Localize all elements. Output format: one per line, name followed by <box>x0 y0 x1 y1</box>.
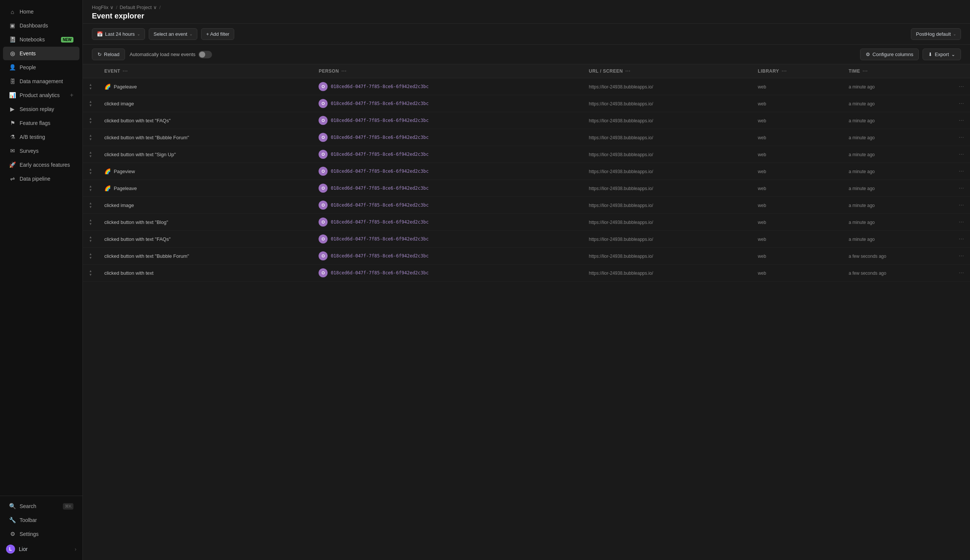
library-col-more-icon[interactable]: ⋯ <box>781 68 787 74</box>
sidebar-item-feature-flags[interactable]: ⚑Feature flags <box>3 116 79 130</box>
row-menu-button[interactable]: ⋯ <box>959 117 964 123</box>
sidebar-item-session-replay[interactable]: ▶Session replay <box>3 102 79 116</box>
person-id[interactable]: 018ced6d-047f-7f85-8ce6-6f942ed2c3bc <box>331 270 429 275</box>
event-col-more-icon[interactable]: ⋯ <box>122 68 128 74</box>
person-id[interactable]: 018ced6d-047f-7f85-8ce6-6f942ed2c3bc <box>331 152 429 157</box>
sort-arrows[interactable]: ▲▼ <box>89 219 92 226</box>
url-text[interactable]: https://lior-24938.bubbleapps.io/ <box>589 186 653 191</box>
sidebar-item-dashboards[interactable]: ▣Dashboards <box>3 19 79 32</box>
url-text[interactable]: https://lior-24938.bubbleapps.io/ <box>589 220 653 225</box>
person-id[interactable]: 018ced6d-047f-7f85-8ce6-6f942ed2c3bc <box>331 84 429 89</box>
url-col-more-icon[interactable]: ⋯ <box>625 68 631 74</box>
url-text[interactable]: https://lior-24938.bubbleapps.io/ <box>589 203 653 208</box>
sort-arrows[interactable]: ▲▼ <box>89 100 92 107</box>
table-row[interactable]: ▲▼ clicked button with text "FAQs" O 018… <box>83 231 970 248</box>
sort-arrows[interactable]: ▲▼ <box>89 134 92 141</box>
person-id[interactable]: 018ced6d-047f-7f85-8ce6-6f942ed2c3bc <box>331 118 429 123</box>
url-text[interactable]: https://lior-24938.bubbleapps.io/ <box>589 135 653 140</box>
sidebar-item-notebooks[interactable]: 📓NotebooksNEW <box>3 33 79 46</box>
sort-arrows[interactable]: ▲▼ <box>89 83 92 90</box>
url-text[interactable]: https://lior-24938.bubbleapps.io/ <box>589 118 653 123</box>
breadcrumb-project[interactable]: Default Project ∨ <box>120 5 157 10</box>
sidebar-user[interactable]: L Lior › <box>0 541 82 557</box>
row-sort: ▲▼ <box>83 146 98 163</box>
event-select-button[interactable]: Select an event ⌄ <box>149 28 198 40</box>
url-text[interactable]: https://lior-24938.bubbleapps.io/ <box>589 84 653 90</box>
row-menu-button[interactable]: ⋯ <box>959 219 964 225</box>
table-row[interactable]: ▲▼ clicked image O 018ced6d-047f-7f85-8c… <box>83 95 970 112</box>
url-text[interactable]: https://lior-24938.bubbleapps.io/ <box>589 271 653 276</box>
row-menu-button[interactable]: ⋯ <box>959 202 964 208</box>
person-id[interactable]: 018ced6d-047f-7f85-8ce6-6f942ed2c3bc <box>331 168 429 174</box>
row-time: a minute ago <box>843 231 953 248</box>
sort-arrows[interactable]: ▲▼ <box>89 168 92 175</box>
sidebar-item-search[interactable]: 🔍Search⌘K <box>3 499 79 513</box>
table-row[interactable]: ▲▼ clicked button with text O 018ced6d-0… <box>83 265 970 282</box>
time-col-more-icon[interactable]: ⋯ <box>862 68 868 74</box>
sidebar-nav: ⌂Home▣Dashboards📓NotebooksNEW◎Events👤Peo… <box>0 0 82 496</box>
row-menu-button[interactable]: ⋯ <box>959 100 964 107</box>
sort-arrows[interactable]: ▲▼ <box>89 270 92 277</box>
person-id[interactable]: 018ced6d-047f-7f85-8ce6-6f942ed2c3bc <box>331 253 429 258</box>
person-id[interactable]: 018ced6d-047f-7f85-8ce6-6f942ed2c3bc <box>331 202 429 208</box>
row-menu-button[interactable]: ⋯ <box>959 83 964 90</box>
row-menu-button[interactable]: ⋯ <box>959 151 964 157</box>
auto-load-toggle[interactable] <box>199 51 212 58</box>
person-id[interactable]: 018ced6d-047f-7f85-8ce6-6f942ed2c3bc <box>331 236 429 242</box>
sidebar-item-surveys[interactable]: ✉Surveys <box>3 144 79 158</box>
sidebar-item-early-access[interactable]: 🚀Early access features <box>3 158 79 172</box>
sort-arrows[interactable]: ▲▼ <box>89 185 92 192</box>
table-row[interactable]: ▲▼ 🌈 Pageleave O 018ced6d-047f-7f85-8ce6… <box>83 180 970 197</box>
row-menu-button[interactable]: ⋯ <box>959 168 964 174</box>
table-row[interactable]: ▲▼ clicked button with text "Sign Up" O … <box>83 146 970 163</box>
sidebar-item-ab-testing[interactable]: ⚗A/B testing <box>3 130 79 144</box>
row-time: a minute ago <box>843 214 953 231</box>
table-row[interactable]: ▲▼ 🌈 Pageleave O 018ced6d-047f-7f85-8ce6… <box>83 78 970 95</box>
sidebar-item-toolbar[interactable]: 🔧Toolbar <box>3 513 79 527</box>
sort-arrows[interactable]: ▲▼ <box>89 236 92 243</box>
table-row[interactable]: ▲▼ 🌈 Pageview O 018ced6d-047f-7f85-8ce6-… <box>83 163 970 180</box>
table-row[interactable]: ▲▼ clicked button with text "Bubble Foru… <box>83 129 970 146</box>
sort-arrows[interactable]: ▲▼ <box>89 151 92 158</box>
table-row[interactable]: ▲▼ clicked button with text "Bubble Foru… <box>83 248 970 265</box>
row-menu-button[interactable]: ⋯ <box>959 270 964 276</box>
table-row[interactable]: ▲▼ clicked button with text "FAQs" O 018… <box>83 112 970 129</box>
breadcrumb-hogflix[interactable]: HogFlix ∨ <box>92 5 114 10</box>
sort-arrows[interactable]: ▲▼ <box>89 117 92 124</box>
url-text[interactable]: https://lior-24938.bubbleapps.io/ <box>589 169 653 174</box>
sidebar-item-events[interactable]: ◎Events <box>3 47 79 60</box>
url-text[interactable]: https://lior-24938.bubbleapps.io/ <box>589 237 653 242</box>
sidebar-item-home[interactable]: ⌂Home <box>3 5 79 18</box>
row-person: O 018ced6d-047f-7f85-8ce6-6f942ed2c3bc <box>312 214 583 231</box>
sort-arrows[interactable]: ▲▼ <box>89 253 92 260</box>
sort-arrows[interactable]: ▲▼ <box>89 202 92 209</box>
configure-columns-button[interactable]: ⚙ Configure columns <box>860 48 919 60</box>
person-id[interactable]: 018ced6d-047f-7f85-8ce6-6f942ed2c3bc <box>331 185 429 191</box>
url-text[interactable]: https://lior-24938.bubbleapps.io/ <box>589 254 653 259</box>
add-filter-button[interactable]: + Add filter <box>201 28 234 40</box>
url-text[interactable]: https://lior-24938.bubbleapps.io/ <box>589 152 653 157</box>
person-id[interactable]: 018ced6d-047f-7f85-8ce6-6f942ed2c3bc <box>331 101 429 106</box>
sidebar-item-data-management[interactable]: 🗄Data management <box>3 75 79 88</box>
posthog-default-button[interactable]: PostHog default ⌄ <box>911 28 961 40</box>
sidebar-item-product-analytics[interactable]: 📊Product analytics+ <box>3 88 79 102</box>
sidebar-item-settings[interactable]: ⚙Settings <box>3 527 79 541</box>
row-menu-button[interactable]: ⋯ <box>959 185 964 191</box>
table-row[interactable]: ▲▼ clicked button with text "Blog" O 018… <box>83 214 970 231</box>
plus-icon[interactable]: + <box>70 92 73 98</box>
reload-button[interactable]: ↻ Reload <box>92 48 125 60</box>
export-button[interactable]: ⬇ Export ⌄ <box>923 48 961 60</box>
time-filter-button[interactable]: 📅 Last 24 hours ⌄ <box>92 28 145 40</box>
person-avatar: O <box>319 218 327 227</box>
person-id[interactable]: 018ced6d-047f-7f85-8ce6-6f942ed2c3bc <box>331 135 429 140</box>
library-text: web <box>758 101 766 107</box>
sidebar-item-people[interactable]: 👤People <box>3 61 79 74</box>
sidebar-item-data-pipeline[interactable]: ⇌Data pipeline <box>3 172 79 185</box>
table-row[interactable]: ▲▼ clicked image O 018ced6d-047f-7f85-8c… <box>83 197 970 214</box>
person-col-more-icon[interactable]: ⋯ <box>341 68 347 74</box>
row-menu-button[interactable]: ⋯ <box>959 236 964 242</box>
row-menu-button[interactable]: ⋯ <box>959 134 964 140</box>
url-text[interactable]: https://lior-24938.bubbleapps.io/ <box>589 101 653 107</box>
person-id[interactable]: 018ced6d-047f-7f85-8ce6-6f942ed2c3bc <box>331 219 429 225</box>
row-menu-button[interactable]: ⋯ <box>959 253 964 259</box>
